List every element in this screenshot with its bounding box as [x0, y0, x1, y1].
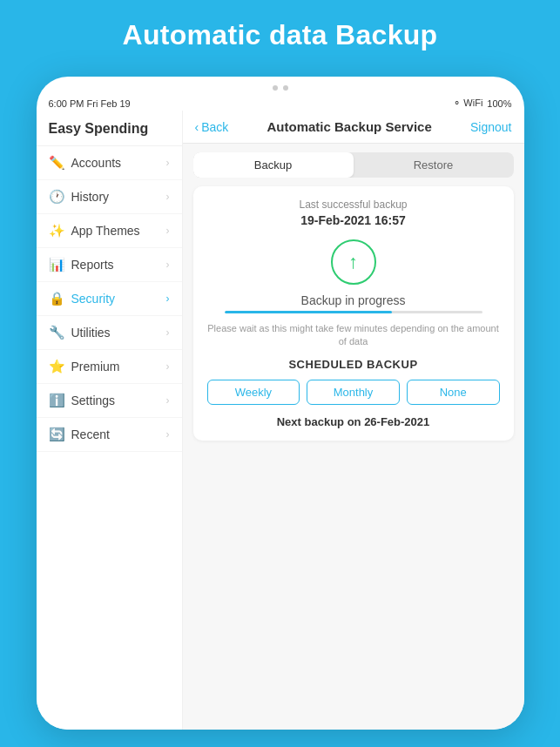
accounts-chevron: ›: [166, 157, 170, 169]
progress-bar-fill: [225, 311, 392, 313]
history-label: History: [71, 190, 110, 204]
recent-icon: 🔄: [49, 427, 64, 442]
none-button[interactable]: None: [407, 380, 500, 405]
tab-backup[interactable]: Backup: [193, 152, 354, 178]
progress-label: Backup in progress: [207, 293, 500, 307]
recent-label: Recent: [71, 427, 110, 441]
sidebar: Easy Spending ✏️ Accounts › 🕐 History › …: [37, 111, 183, 730]
app-themes-icon: ✨: [49, 223, 64, 239]
sidebar-item-history[interactable]: 🕐 History ›: [37, 180, 182, 214]
app-themes-chevron: ›: [166, 225, 170, 237]
app-themes-label: App Themes: [71, 224, 140, 238]
settings-icon: ℹ️: [49, 393, 64, 408]
wifi-icon: ⚬ WiFi: [453, 98, 482, 109]
weekly-button[interactable]: Weekly: [207, 380, 300, 405]
monthly-button[interactable]: Monthly: [307, 380, 400, 405]
sidebar-item-security[interactable]: 🔒 Security ›: [37, 282, 182, 316]
wait-text: Please wait as this might take few minut…: [207, 322, 500, 349]
next-backup-date: Next backup on 26-Feb-2021: [207, 415, 500, 428]
tablet-frame: 6:00 PM Fri Feb 19 ⚬ WiFi 100% Easy Spen…: [37, 77, 524, 730]
utilities-chevron: ›: [166, 326, 170, 339]
security-chevron: ›: [166, 293, 170, 305]
recent-chevron: ›: [166, 428, 170, 441]
premium-chevron: ›: [166, 360, 170, 373]
reports-icon: 📊: [49, 257, 64, 273]
reports-label: Reports: [71, 258, 114, 272]
tablet-dot-1: [273, 85, 278, 91]
last-backup-label: Last successful backup: [207, 199, 500, 211]
sidebar-item-recent[interactable]: 🔄 Recent ›: [37, 418, 182, 452]
sidebar-item-reports[interactable]: 📊 Reports ›: [37, 248, 182, 282]
sidebar-item-accounts[interactable]: ✏️ Accounts ›: [37, 146, 182, 180]
utilities-label: Utilities: [71, 326, 111, 340]
utilities-icon: 🔧: [49, 325, 64, 340]
last-backup-date: 19-Feb-2021 16:57: [207, 213, 500, 227]
sidebar-item-app-themes[interactable]: ✨ App Themes ›: [37, 214, 182, 248]
back-label: Back: [201, 120, 228, 134]
security-label: Security: [71, 292, 116, 306]
tablet-dot-2: [283, 85, 288, 91]
settings-chevron: ›: [166, 394, 170, 407]
sidebar-item-settings[interactable]: ℹ️ Settings ›: [37, 384, 182, 418]
history-icon: 🕐: [49, 189, 64, 205]
sidebar-title: Easy Spending: [37, 111, 182, 146]
back-chevron-icon: ‹: [195, 120, 199, 134]
upload-icon-wrap: ↑: [207, 239, 500, 285]
upload-circle: ↑: [331, 239, 376, 285]
schedule-buttons: Weekly Monthly None: [207, 380, 500, 405]
history-chevron: ›: [166, 191, 170, 203]
premium-icon: ⭐: [49, 359, 64, 374]
tablet-dots: [37, 77, 524, 96]
status-bar: 6:00 PM Fri Feb 19 ⚬ WiFi 100%: [37, 96, 524, 111]
nav-title: Automatic Backup Service: [267, 119, 432, 134]
nav-bar: ‹ Back Automatic Backup Service Signout: [183, 111, 524, 144]
main-content: ‹ Back Automatic Backup Service Signout …: [183, 111, 524, 730]
progress-bar: [225, 311, 482, 313]
page-title: Automatic data Backup: [0, 0, 560, 67]
accounts-icon: ✏️: [49, 155, 64, 171]
reports-chevron: ›: [166, 259, 170, 271]
accounts-label: Accounts: [71, 156, 122, 170]
sidebar-item-utilities[interactable]: 🔧 Utilities ›: [37, 316, 182, 350]
tab-restore[interactable]: Restore: [354, 152, 514, 178]
app-body: Easy Spending ✏️ Accounts › 🕐 History › …: [37, 111, 524, 730]
premium-label: Premium: [71, 360, 120, 374]
upload-arrow-icon: ↑: [348, 252, 358, 272]
settings-label: Settings: [71, 394, 116, 407]
backup-card: Last successful backup 19-Feb-2021 16:57…: [193, 186, 514, 441]
back-button[interactable]: ‹ Back: [195, 120, 229, 134]
scheduled-label: SCHEDULED BACKUP: [207, 358, 500, 371]
sidebar-item-premium[interactable]: ⭐ Premium ›: [37, 350, 182, 384]
battery-indicator: 100%: [487, 98, 511, 109]
signout-button[interactable]: Signout: [470, 120, 511, 134]
status-time: 6:00 PM Fri Feb 19: [49, 98, 131, 109]
security-icon: 🔒: [49, 291, 64, 306]
tab-bar: Backup Restore: [193, 152, 514, 178]
